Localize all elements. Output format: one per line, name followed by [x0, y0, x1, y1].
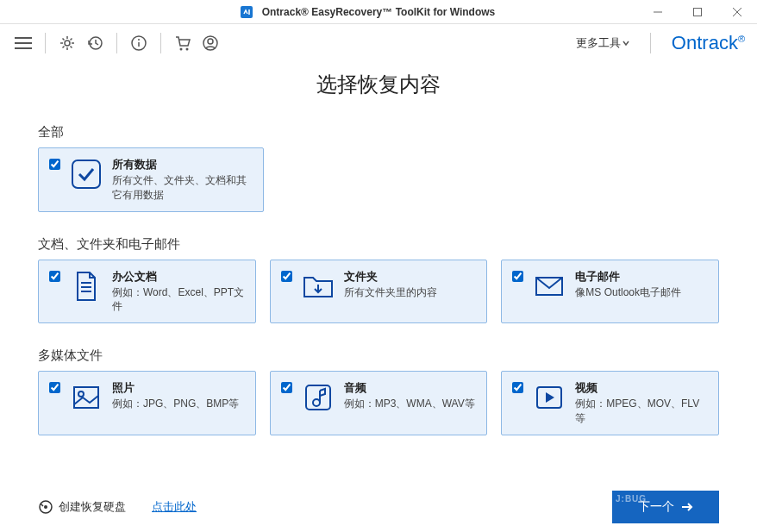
music-note-icon	[301, 380, 335, 415]
checkbox-all-data[interactable]	[49, 159, 60, 170]
card-desc: 例如：Word、Excel、PPT文件	[112, 285, 245, 315]
card-desc: 所有文件、文件夹、文档和其它有用数据	[112, 173, 253, 203]
card-title: 办公文档	[112, 269, 245, 285]
card-row-media: 照片 例如：JPG、PNG、BMP等 音频 例如：MP3、WMA、WAV等 视频…	[38, 371, 719, 435]
toolbar-left	[12, 32, 222, 54]
svg-rect-2	[694, 9, 702, 16]
card-text: 照片 例如：JPG、PNG、BMP等	[112, 380, 245, 411]
svg-rect-22	[74, 387, 98, 408]
info-icon[interactable]	[128, 32, 150, 54]
svg-rect-17	[72, 160, 100, 188]
section-label-media: 多媒体文件	[38, 347, 719, 364]
card-email[interactable]: 电子邮件 像MS Outlook电子邮件	[501, 260, 719, 324]
user-icon[interactable]	[199, 32, 222, 54]
card-audio[interactable]: 音频 例如：MP3、WMA、WAV等	[270, 371, 488, 435]
page-title: 选择恢复内容	[38, 71, 719, 98]
chevron-down-icon	[622, 40, 629, 47]
close-button[interactable]	[717, 0, 757, 24]
minimize-button[interactable]	[638, 0, 678, 24]
window-controls	[638, 0, 757, 24]
svg-point-8	[65, 41, 70, 46]
separator	[650, 33, 651, 53]
card-desc: 例如：MP3、WMA、WAV等	[344, 397, 477, 411]
svg-point-23	[78, 391, 84, 397]
card-text: 视频 例如：MPEG、MOV、FLV等	[575, 380, 708, 426]
card-folder[interactable]: 文件夹 所有文件夹里的内容	[270, 260, 488, 324]
checkbox-folder[interactable]	[281, 271, 292, 282]
folder-download-icon	[301, 269, 335, 304]
card-text: 办公文档 例如：Word、Excel、PPT文件	[112, 269, 245, 315]
card-text: 音频 例如：MP3、WMA、WAV等	[344, 380, 477, 411]
checkbox-office-docs[interactable]	[49, 271, 60, 282]
svg-point-11	[138, 39, 140, 41]
separator	[160, 33, 161, 53]
svg-point-28	[44, 505, 47, 509]
gear-icon[interactable]	[56, 32, 78, 54]
click-here-link[interactable]: 点击此处	[152, 499, 197, 515]
card-title: 电子邮件	[575, 269, 708, 285]
checkbox-video[interactable]	[512, 382, 523, 393]
history-icon[interactable]	[84, 32, 106, 54]
window-title: Ontrack® EasyRecovery™ ToolKit for Windo…	[262, 6, 496, 18]
card-desc: 所有文件夹里的内容	[344, 285, 477, 300]
checkbox-photo[interactable]	[49, 382, 60, 393]
target-icon	[38, 499, 53, 515]
card-title: 视频	[575, 380, 708, 396]
separator	[116, 33, 117, 53]
create-disk-label: 创建恢复硬盘	[59, 499, 126, 515]
card-title: 文件夹	[344, 269, 477, 285]
next-button[interactable]: J:BUG 下一个	[612, 491, 719, 523]
svg-point-14	[186, 48, 189, 51]
play-icon	[532, 380, 566, 415]
card-title: 音频	[344, 380, 477, 396]
card-text: 文件夹 所有文件夹里的内容	[344, 269, 477, 300]
card-title: 照片	[112, 380, 245, 396]
maximize-button[interactable]	[678, 0, 717, 24]
check-icon	[69, 157, 103, 191]
main-content: 选择恢复内容 全部 所有数据 所有文件、文件夹、文档和其它有用数据 文档、文件夹…	[0, 71, 757, 435]
svg-point-13	[180, 48, 183, 51]
card-text: 电子邮件 像MS Outlook电子邮件	[575, 269, 708, 300]
toolbar-right: 更多工具 Ontrack®	[576, 32, 745, 54]
arrow-right-icon	[681, 502, 693, 512]
footer: 创建恢复硬盘 点击此处 J:BUG 下一个	[0, 482, 757, 532]
card-photo[interactable]: 照片 例如：JPG、PNG、BMP等	[38, 371, 256, 435]
envelope-icon	[532, 269, 566, 304]
footer-left: 创建恢复硬盘 点击此处	[38, 499, 197, 515]
document-icon	[69, 269, 103, 304]
app-logo-icon	[240, 5, 253, 19]
more-tools-dropdown[interactable]: 更多工具	[576, 35, 629, 51]
brand-logo: Ontrack®	[672, 32, 745, 54]
menu-icon[interactable]	[12, 32, 34, 54]
card-row-docs: 办公文档 例如：Word、Excel、PPT文件 文件夹 所有文件夹里的内容 电…	[38, 260, 719, 324]
card-desc: 像MS Outlook电子邮件	[575, 285, 708, 300]
card-all-data[interactable]: 所有数据 所有文件、文件夹、文档和其它有用数据	[38, 147, 264, 212]
svg-point-16	[208, 39, 213, 44]
section-label-all: 全部	[38, 124, 719, 141]
svg-point-25	[313, 399, 320, 406]
card-video[interactable]: 视频 例如：MPEG、MOV、FLV等	[501, 371, 719, 435]
image-icon	[69, 380, 103, 415]
toolbar: 更多工具 Ontrack®	[0, 24, 757, 62]
card-desc: 例如：JPG、PNG、BMP等	[112, 397, 245, 411]
title-bar: Ontrack® EasyRecovery™ ToolKit for Windo…	[0, 0, 757, 24]
section-label-docs: 文档、文件夹和电子邮件	[38, 236, 719, 253]
checkbox-email[interactable]	[512, 271, 523, 282]
separator	[45, 33, 46, 53]
checkbox-audio[interactable]	[281, 382, 292, 393]
card-office-docs[interactable]: 办公文档 例如：Word、Excel、PPT文件	[38, 260, 256, 324]
watermark: J:BUG	[616, 494, 647, 504]
create-recovery-disk-link[interactable]: 创建恢复硬盘	[38, 499, 126, 515]
more-tools-label: 更多工具	[576, 35, 621, 51]
card-text: 所有数据 所有文件、文件夹、文档和其它有用数据	[112, 157, 253, 203]
cart-icon[interactable]	[172, 32, 194, 54]
card-title: 所有数据	[112, 157, 253, 172]
card-desc: 例如：MPEG、MOV、FLV等	[575, 397, 708, 426]
card-row-all: 所有数据 所有文件、文件夹、文档和其它有用数据	[38, 147, 719, 212]
